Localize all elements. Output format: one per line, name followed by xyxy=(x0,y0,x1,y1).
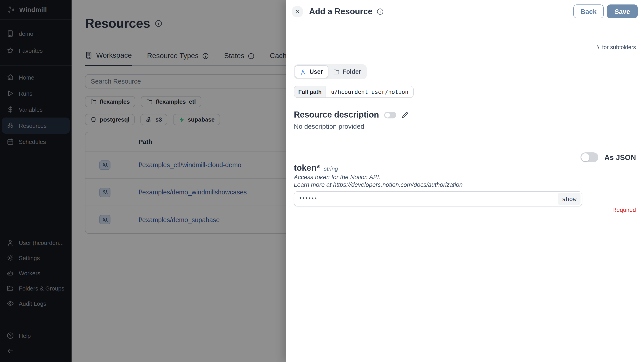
owner-kind-toggle: User Folder xyxy=(294,64,367,79)
drawer-title: Add a Resource xyxy=(309,6,372,16)
as-json-label: As JSON xyxy=(604,153,636,162)
token-field-heading: token* string xyxy=(294,163,338,173)
add-resource-drawer: ✕ Add a Resource Back Save '/' for subfo… xyxy=(286,0,644,362)
subfolder-hint: '/' for subfolders xyxy=(597,44,636,50)
info-icon[interactable] xyxy=(376,8,384,15)
as-json-toggle[interactable] xyxy=(581,152,598,162)
folder-icon xyxy=(333,69,340,75)
segment-label: Folder xyxy=(342,68,361,75)
resource-description-section: Resource description xyxy=(294,110,408,120)
required-validation-text: Required xyxy=(612,206,636,213)
token-desc-line: Learn more at https://developers.notion.… xyxy=(294,181,463,189)
token-secret-input[interactable] xyxy=(294,191,582,206)
full-path-value: u/hcourdent_user/notion xyxy=(326,86,413,97)
token-field-description: Access token for the Notion API. Learn m… xyxy=(294,174,463,189)
token-input-wrap: show xyxy=(294,191,582,206)
full-path-chip[interactable]: Full path u/hcourdent_user/notion xyxy=(294,86,414,98)
resource-description-heading: Resource description xyxy=(294,110,379,120)
close-icon[interactable]: ✕ xyxy=(292,5,303,17)
modal-backdrop[interactable] xyxy=(0,0,286,362)
back-button[interactable]: Back xyxy=(573,4,604,18)
description-toggle[interactable] xyxy=(384,111,396,118)
full-path-label: Full path xyxy=(294,86,326,97)
toggle-knob xyxy=(582,153,590,161)
description-empty-text: No description provided xyxy=(294,122,364,130)
owner-folder-segment[interactable]: Folder xyxy=(328,65,366,78)
token-desc-line: Access token for the Notion API. xyxy=(294,174,463,181)
owner-user-segment[interactable]: User xyxy=(295,65,328,78)
segment-label: User xyxy=(310,68,323,75)
save-button[interactable]: Save xyxy=(607,4,638,18)
toggle-knob xyxy=(385,112,390,117)
as-json-row: As JSON xyxy=(581,152,636,162)
token-field-name: token xyxy=(294,163,316,173)
windmill-app: Windmill demo Favorites Home xyxy=(0,0,644,362)
required-asterisk: * xyxy=(316,163,320,173)
pencil-icon[interactable] xyxy=(402,111,408,118)
drawer-body: '/' for subfolders User Name * User Fold… xyxy=(286,23,644,362)
drawer-header: ✕ Add a Resource Back Save xyxy=(286,0,644,23)
show-secret-button[interactable]: show xyxy=(558,193,580,205)
token-field-type: string xyxy=(324,165,338,172)
user-icon xyxy=(300,69,306,75)
